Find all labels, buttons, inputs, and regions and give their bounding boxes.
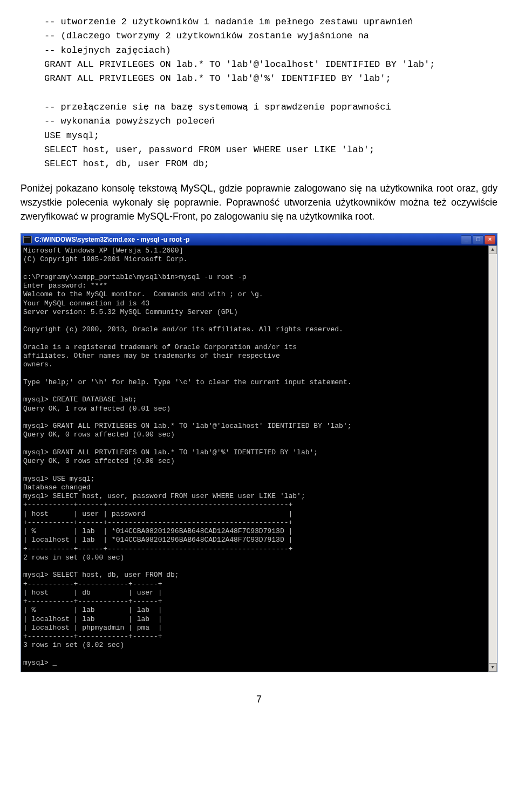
maximize-button[interactable]: □ [473,235,483,244]
minimize-button[interactable]: _ [461,235,472,244]
window-titlebar: C:\WINDOWS\system32\cmd.exe - mysql -u r… [21,234,497,245]
sql-code-block: -- utworzenie 2 użytkowników i nadanie i… [21,15,497,172]
cmd-window: C:\WINDOWS\system32\cmd.exe - mysql -u r… [21,233,497,672]
scroll-down-button[interactable]: ▼ [488,663,497,672]
close-button[interactable]: × [485,235,495,244]
scroll-up-button[interactable]: ▲ [488,245,497,254]
body-paragraph: Poniżej pokazano konsolę tekstową MySQL,… [21,181,497,223]
console-output: Microsoft Windows XP [Wersja 5.1.2600] (… [21,245,488,672]
cmd-icon [23,236,32,243]
window-title: C:\WINDOWS\system32\cmd.exe - mysql -u r… [35,236,461,244]
scrollbar[interactable]: ▲ ▼ [488,245,497,672]
scrollbar-track[interactable] [488,254,497,663]
page-number: 7 [21,694,497,705]
